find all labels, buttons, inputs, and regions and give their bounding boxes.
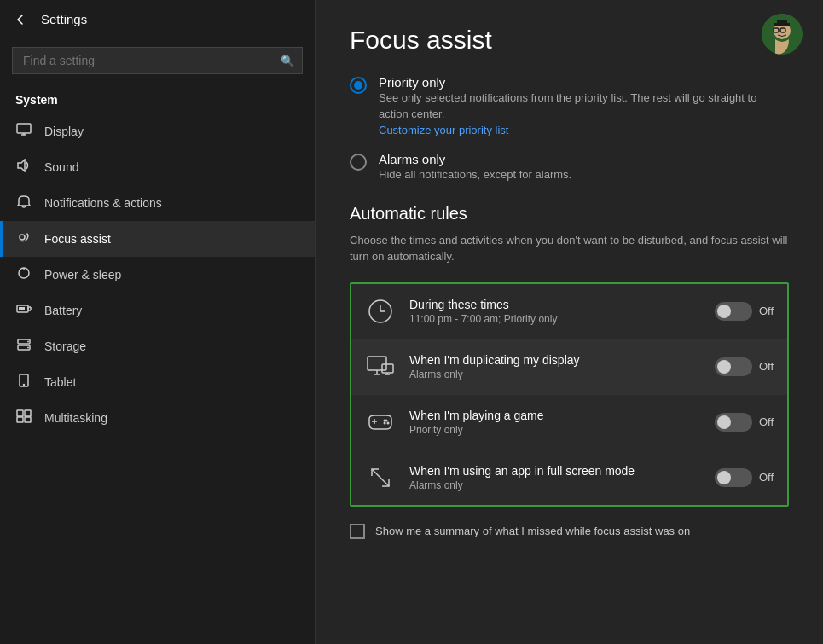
rule-playing-game-toggle-container: Off [715, 413, 774, 432]
avatar-image [762, 14, 803, 55]
summary-checkbox-label: Show me a summary of what I missed while… [375, 525, 690, 537]
multitasking-icon [15, 409, 32, 426]
radio-priority-only-text: Priority only See only selected notifica… [379, 75, 789, 136]
rule-during-times-text: During these times 11:00 pm - 7:00 am; P… [409, 298, 701, 325]
summary-checkbox-row[interactable]: Show me a summary of what I missed while… [350, 524, 789, 539]
customize-priority-link[interactable]: Customize your priority list [379, 124, 789, 136]
svg-point-15 [27, 341, 29, 343]
sidebar-item-focus-assist[interactable]: Focus assist [0, 221, 315, 257]
svg-rect-22 [25, 417, 31, 422]
rule-full-screen-sub: Alarms only [409, 479, 701, 491]
notifications-icon [15, 194, 32, 212]
rule-playing-game-toggle[interactable] [715, 413, 752, 432]
sidebar-item-label-sound: Sound [44, 160, 78, 174]
rule-full-screen-toggle-container: Off [715, 468, 774, 487]
svg-rect-19 [17, 410, 23, 416]
focus-assist-icon [15, 230, 32, 247]
radio-priority-only[interactable]: Priority only See only selected notifica… [350, 75, 789, 136]
radio-priority-only-desc: See only selected notifications from the… [379, 91, 756, 120]
rule-full-screen-label: When I'm using an app in full screen mod… [409, 464, 701, 478]
rule-duplicating-display-text: When I'm duplicating my display Alarms o… [409, 353, 701, 380]
rule-during-times-toggle-container: Off [715, 302, 774, 321]
rule-during-times-sub: 11:00 pm - 7:00 am; Priority only [409, 313, 701, 325]
sidebar-item-label-multitasking: Multitasking [44, 411, 107, 425]
svg-point-4 [20, 235, 25, 240]
radio-alarms-only-circle[interactable] [350, 154, 367, 171]
sidebar-item-label-focus-assist: Focus assist [44, 232, 111, 246]
battery-icon [15, 302, 32, 319]
svg-point-16 [27, 347, 29, 349]
radio-alarms-only-desc: Hide all notifications, except for alarm… [379, 168, 571, 181]
sidebar-header: Settings [0, 0, 315, 38]
sidebar: Settings 🔍 System Display S [0, 0, 316, 644]
sidebar-item-label-tablet: Tablet [44, 375, 76, 389]
tablet-icon [15, 374, 32, 391]
storage-icon [15, 338, 32, 355]
rule-full-screen-toggle[interactable] [715, 468, 752, 487]
svg-point-44 [384, 421, 386, 424]
automatic-rules-desc: Choose the times and activities when you… [350, 232, 789, 265]
svg-point-18 [24, 385, 25, 386]
rule-duplicating-display-sub: Alarms only [409, 368, 701, 380]
clock-icon [365, 296, 396, 327]
sidebar-title: Settings [41, 12, 87, 26]
gamepad-icon [365, 407, 396, 438]
automatic-rules-container: During these times 11:00 pm - 7:00 am; P… [350, 282, 789, 507]
rule-playing-game-sub: Priority only [409, 424, 701, 436]
summary-checkbox[interactable] [350, 524, 365, 539]
search-input[interactable] [12, 47, 303, 74]
rule-during-times[interactable]: During these times 11:00 pm - 7:00 am; P… [351, 284, 787, 339]
rule-duplicating-display-label: When I'm duplicating my display [409, 353, 701, 367]
display-icon [15, 123, 32, 140]
sidebar-item-storage[interactable]: Storage [0, 328, 315, 364]
sidebar-item-display[interactable]: Display [0, 113, 315, 149]
sidebar-item-multitasking[interactable]: Multitasking [0, 400, 315, 436]
sidebar-item-label-display: Display [44, 125, 84, 138]
svg-point-42 [387, 421, 390, 424]
rule-playing-game-text: When I'm playing a game Priority only [409, 409, 701, 436]
sidebar-item-sound[interactable]: Sound [0, 149, 315, 185]
rule-during-times-toggle-label: Off [759, 305, 774, 317]
svg-rect-0 [17, 124, 31, 133]
radio-priority-only-label: Priority only [379, 75, 789, 90]
page-title: Focus assist [350, 26, 789, 55]
nav-list: Display Sound Notifications & actions [0, 113, 315, 644]
rule-duplicating-display-toggle-label: Off [759, 360, 774, 373]
rule-during-times-label: During these times [409, 298, 701, 311]
automatic-rules-title: Automatic rules [350, 204, 789, 223]
rule-playing-game[interactable]: When I'm playing a game Priority only Of… [351, 395, 787, 450]
back-button[interactable] [14, 13, 27, 26]
sidebar-item-tablet[interactable]: Tablet [0, 364, 315, 400]
sidebar-item-battery[interactable]: Battery [0, 293, 315, 328]
display-duplicate-icon [365, 351, 396, 382]
svg-marker-3 [18, 160, 25, 171]
sound-icon [15, 159, 32, 176]
rule-full-screen-text: When I'm using an app in full screen mod… [409, 464, 701, 491]
svg-rect-20 [25, 410, 31, 416]
svg-rect-36 [382, 364, 393, 373]
search-box: 🔍 [12, 47, 303, 74]
radio-priority-only-circle[interactable] [350, 77, 367, 94]
svg-point-43 [385, 419, 388, 421]
sidebar-item-notifications[interactable]: Notifications & actions [0, 185, 315, 221]
radio-alarms-only-label: Alarms only [379, 152, 789, 166]
sidebar-item-label-battery: Battery [44, 304, 82, 317]
rule-duplicating-display-toggle[interactable] [715, 357, 752, 376]
rule-full-screen[interactable]: When I'm using an app in full screen mod… [351, 450, 787, 505]
system-label: System [0, 86, 315, 113]
sidebar-item-label-storage: Storage [44, 339, 86, 353]
rule-duplicating-display[interactable]: When I'm duplicating my display Alarms o… [351, 339, 787, 395]
radio-alarms-only-text: Alarms only Hide all notifications, exce… [379, 152, 789, 183]
sidebar-item-label-power-sleep: Power & sleep [44, 268, 121, 281]
power-sleep-icon [15, 266, 32, 283]
sidebar-item-power-sleep[interactable]: Power & sleep [0, 257, 315, 293]
rule-playing-game-label: When I'm playing a game [409, 409, 701, 422]
radio-alarms-only[interactable]: Alarms only Hide all notifications, exce… [350, 152, 789, 183]
rule-duplicating-display-toggle-container: Off [715, 357, 774, 376]
avatar [762, 14, 803, 55]
svg-rect-29 [777, 20, 787, 25]
main-content: Focus assist Priority only See only sele… [316, 0, 823, 644]
fullscreen-icon [365, 462, 396, 493]
rule-during-times-toggle[interactable] [715, 302, 752, 321]
svg-rect-12 [19, 307, 25, 310]
